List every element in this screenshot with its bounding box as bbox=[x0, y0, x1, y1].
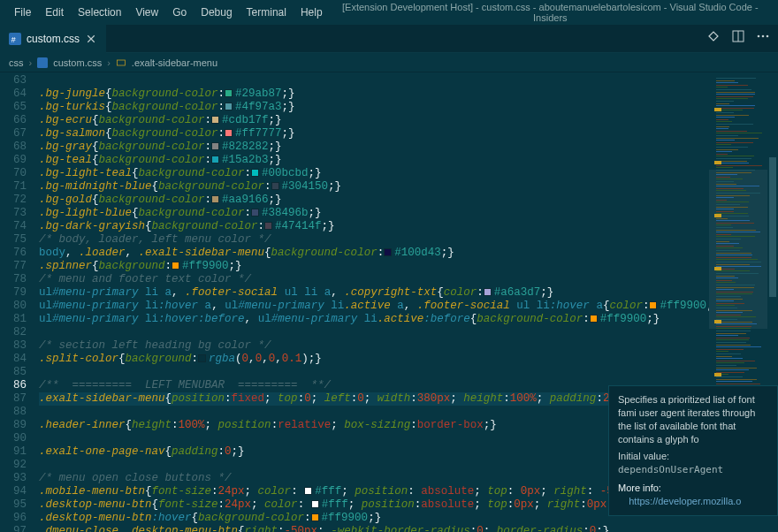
menu-file[interactable]: File bbox=[7, 3, 38, 22]
menu-edit[interactable]: Edit bbox=[38, 3, 71, 22]
svg-point-5 bbox=[762, 35, 765, 38]
svg-rect-8 bbox=[117, 60, 125, 65]
css-file-icon bbox=[37, 57, 48, 68]
symbol-class-icon bbox=[116, 57, 126, 68]
close-icon[interactable] bbox=[85, 33, 97, 45]
line-number-gutter[interactable]: 6364656667686970717273747576777879808182… bbox=[0, 72, 39, 532]
svg-text:#: # bbox=[11, 34, 16, 43]
split-editor-icon[interactable] bbox=[730, 28, 746, 44]
breadcrumb-symbol[interactable]: .exalt-sidebar-menu bbox=[132, 57, 217, 68]
hover-tooltip: Specifies a prioritized list of font fam… bbox=[608, 385, 778, 516]
menu-debug[interactable]: Debug bbox=[194, 3, 239, 22]
compare-changes-icon[interactable] bbox=[706, 28, 721, 44]
css-file-icon: # bbox=[9, 33, 21, 45]
svg-point-4 bbox=[758, 35, 760, 38]
hover-initial-label: Initial value: bbox=[618, 451, 669, 461]
tab-label: custom.css bbox=[27, 33, 80, 45]
tabbar: # custom.css bbox=[0, 25, 778, 53]
breadcrumb-folder[interactable]: css bbox=[9, 57, 24, 68]
chevron-right-icon: › bbox=[29, 57, 33, 68]
breadcrumb-file[interactable]: custom.css bbox=[53, 57, 102, 68]
window-title: [Extension Development Host] - custom.cs… bbox=[330, 2, 771, 23]
menu-go[interactable]: Go bbox=[165, 3, 194, 22]
chevron-right-icon: › bbox=[107, 57, 111, 68]
svg-point-6 bbox=[767, 35, 769, 38]
menu-selection[interactable]: Selection bbox=[71, 3, 128, 22]
tab-custom-css[interactable]: # custom.css bbox=[0, 25, 106, 53]
hover-mdn-link[interactable]: https://developer.mozilla.o bbox=[629, 496, 741, 506]
menu-help[interactable]: Help bbox=[294, 3, 330, 22]
menu-terminal[interactable]: Terminal bbox=[240, 3, 294, 22]
breadcrumbs[interactable]: css › custom.css › .exalt-sidebar-menu bbox=[0, 53, 778, 72]
menubar: File Edit Selection View Go Debug Termin… bbox=[0, 0, 778, 25]
scrollbar-thumb[interactable] bbox=[769, 157, 776, 297]
hover-more-info-label: More info: bbox=[618, 482, 768, 495]
hover-description: Specifies a prioritized list of font fam… bbox=[618, 393, 768, 446]
hover-initial-value: dependsOnUserAgent bbox=[618, 464, 723, 475]
more-actions-icon[interactable] bbox=[755, 28, 771, 44]
svg-rect-7 bbox=[37, 57, 48, 68]
menu-view[interactable]: View bbox=[128, 3, 165, 22]
